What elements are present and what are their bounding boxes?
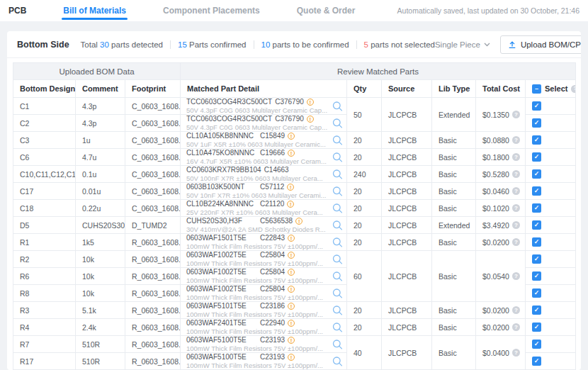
- table-row: R210kR_0603_1608...0603WAF1002T5EC25804!…: [13, 251, 576, 268]
- source-cell: JLCPCB: [382, 132, 432, 149]
- search-part-icon[interactable]: [332, 169, 343, 179]
- part-code: C23193: [260, 337, 285, 344]
- piece-quantity-select[interactable]: Single Piece: [435, 40, 490, 49]
- row-checkbox[interactable]: ✓: [532, 340, 541, 349]
- row-checkbox[interactable]: ✓: [532, 271, 541, 281]
- select-help-icon[interactable]: ?: [571, 85, 575, 93]
- cost-info-icon[interactable]: ?: [512, 170, 520, 178]
- total-cost-cell: $0.0540?: [476, 251, 526, 302]
- search-part-icon[interactable]: [332, 322, 343, 332]
- tab-component-placements[interactable]: Component Placements: [163, 0, 260, 21]
- search-part-icon[interactable]: [332, 288, 343, 298]
- comment-cell: 4.3p: [76, 98, 125, 115]
- search-part-icon[interactable]: [332, 339, 343, 349]
- cost-info-icon[interactable]: ?: [512, 272, 520, 280]
- row-checkbox[interactable]: ✓: [532, 169, 541, 179]
- search-part-icon[interactable]: [332, 237, 343, 247]
- row-checkbox[interactable]: ✓: [532, 254, 541, 264]
- part-description: 100mW Thick Film Resistors 75V ±100ppm/.…: [186, 345, 346, 352]
- search-part-icon[interactable]: [332, 152, 343, 162]
- qty-cell: 20: [347, 200, 382, 217]
- search-part-icon[interactable]: [332, 220, 343, 230]
- stat-value: 15: [178, 40, 187, 49]
- bom-table-body: C14.3pC_0603_1608...TCC0603COG4R3C500CTC…: [13, 98, 576, 370]
- search-part-icon[interactable]: [332, 118, 343, 128]
- total-cost-cell: $0.0200?: [476, 302, 526, 319]
- row-checkbox[interactable]: ✓: [532, 186, 541, 196]
- search-part-icon[interactable]: [332, 101, 343, 111]
- row-checkbox[interactable]: ✓: [532, 135, 541, 145]
- search-part-icon[interactable]: [332, 135, 343, 145]
- cost-info-icon[interactable]: ?: [512, 187, 520, 195]
- lib-type-cell: Extended: [432, 98, 476, 132]
- footprint-cell: C_0603_1608...: [125, 183, 181, 200]
- matched-part-line: TCC0603COG4R3C500CTC376790!: [186, 115, 346, 123]
- designator-cell: C6: [13, 149, 76, 166]
- stat-item: 10 parts to be confirmed: [261, 40, 349, 49]
- matched-part-cell: 0603WAF1501T5EC22843!100mW Thick Film Re…: [181, 234, 347, 251]
- part-code: C25804: [260, 269, 285, 276]
- total-cost-value: $0.5280: [482, 170, 509, 179]
- total-cost: $0.1020?: [482, 204, 524, 213]
- cost-info-icon[interactable]: ?: [512, 136, 520, 144]
- qty-cell: 20: [347, 217, 382, 234]
- matched-part-cell: CL10A475KO8NNNCC19666!16V 4.7uF X5R ±10%…: [181, 149, 347, 166]
- upload-bom-cpl-button[interactable]: Upload BOM/CPL: [500, 35, 581, 54]
- search-part-icon[interactable]: [332, 203, 343, 213]
- row-checkbox[interactable]: ✓: [532, 101, 541, 111]
- chevron-down-icon: [484, 43, 490, 47]
- warning-icon: !: [288, 320, 295, 327]
- row-checkbox[interactable]: ✓: [532, 305, 541, 315]
- select-cell: ✓: [526, 217, 576, 234]
- designator-cell: D5: [13, 217, 76, 234]
- part-number: CL10A105KB8NNNC: [186, 133, 257, 140]
- row-checkbox[interactable]: ✓: [532, 237, 541, 247]
- piece-quantity-value: Single Piece: [435, 40, 480, 49]
- cost-info-icon[interactable]: ?: [512, 323, 520, 331]
- cost-info-icon[interactable]: ?: [512, 204, 520, 212]
- row-checkbox[interactable]: ✓: [532, 203, 541, 213]
- tab-quote-and-order[interactable]: Quote & Order: [297, 0, 356, 21]
- footprint-cell: R_0603_1608...: [125, 285, 181, 302]
- row-checkbox[interactable]: ✓: [532, 220, 541, 230]
- comment-cell: 1k5: [76, 234, 125, 251]
- cost-info-icon[interactable]: ?: [512, 221, 520, 229]
- search-part-icon[interactable]: [332, 305, 343, 315]
- matched-part-line: 0603B103K500NTC57112!: [186, 183, 346, 191]
- total-cost-value: $0.0200: [482, 238, 509, 247]
- matched-part-detail: CC0603KRX7R9BB104C1466350V 100nF X7R ±10…: [186, 166, 346, 182]
- tab-bill-of-materials[interactable]: Bill of Materials: [63, 0, 126, 21]
- part-description: 25V 220nF X7R ±10% 0603 Multilayer Cera.…: [186, 209, 346, 216]
- matched-part-detail: CL10A475KO8NNNCC19666!16V 4.7uF X5R ±10%…: [186, 149, 346, 165]
- row-checkbox[interactable]: ✓: [532, 118, 541, 128]
- cost-info-icon[interactable]: ?: [512, 111, 520, 118]
- cost-info-icon[interactable]: ?: [512, 306, 520, 314]
- matched-part-cell: TCC0603COG4R3C500CTC376790!50V 4.3pF C0G…: [181, 98, 347, 115]
- row-checkbox[interactable]: ✓: [532, 152, 541, 162]
- table-row: R35.1kR_0603_1608...0603WAF5101T5EC23186…: [13, 302, 576, 319]
- table-row: R42.4kR_0603_1608...0603WAF2401T5EC22940…: [13, 319, 576, 336]
- part-code: C21120: [260, 201, 284, 208]
- row-checkbox[interactable]: ✓: [532, 288, 541, 298]
- cost-info-icon[interactable]: ?: [512, 153, 520, 161]
- total-cost-value: $0.1800: [482, 153, 509, 162]
- matched-part-detail: CL10A105KB8NNNCC15849!50V 1uF X5R ±10% 0…: [186, 132, 346, 148]
- matched-part-detail: 0603WAF2401T5EC22940!100mW Thick Film Re…: [186, 319, 346, 335]
- cost-info-icon[interactable]: ?: [512, 238, 520, 246]
- search-part-icon[interactable]: [332, 186, 343, 196]
- search-part-icon[interactable]: [332, 254, 343, 264]
- row-checkbox[interactable]: ✓: [532, 323, 541, 332]
- comment-cell: 10k: [76, 251, 125, 268]
- matched-part-cell: CC0603KRX7R9BB104C1466350V 100nF X7R ±10…: [181, 166, 347, 183]
- bom-card: Bottom Side Total 30 parts detected15 Pa…: [7, 31, 581, 370]
- designator-cell: C10,C11,C12,C13...: [13, 166, 76, 183]
- total-cost-value: $0.0200: [482, 323, 509, 332]
- source-cell: JLCPCB: [382, 336, 432, 370]
- select-all-checkbox[interactable]: –: [532, 84, 541, 94]
- tab-pcb[interactable]: PCB: [9, 0, 26, 21]
- search-part-icon[interactable]: [332, 356, 343, 366]
- cost-info-icon[interactable]: ?: [512, 349, 520, 357]
- search-part-icon[interactable]: [332, 271, 343, 281]
- total-cost: $0.0200?: [482, 323, 524, 332]
- row-checkbox[interactable]: ✓: [532, 357, 541, 366]
